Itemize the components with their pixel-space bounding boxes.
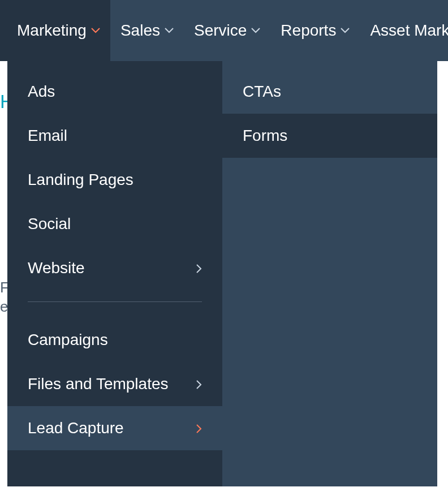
chevron-down-icon	[251, 28, 260, 33]
menu-item-website[interactable]: Website	[7, 246, 222, 290]
menu-item-label: Lead Capture	[28, 419, 124, 437]
submenu-item-forms[interactable]: Forms	[222, 114, 437, 158]
topnav-service[interactable]: Service	[184, 0, 270, 61]
topnav-reports[interactable]: Reports	[270, 0, 360, 61]
topnav-marketing-label: Marketing	[17, 21, 87, 40]
chevron-right-icon	[196, 375, 202, 393]
topnav-asset-marketplace-label: Asset Marketp	[370, 21, 448, 40]
chevron-down-icon	[341, 28, 350, 33]
topnav-reports-label: Reports	[281, 21, 336, 40]
menu-item-label: Files and Templates	[28, 375, 169, 393]
marketing-dropdown-primary-column: Ads Email Landing Pages Social Website C…	[7, 61, 222, 486]
chevron-down-icon	[91, 28, 100, 33]
topnav-asset-marketplace[interactable]: Asset Marketp	[360, 0, 448, 61]
menu-item-ads[interactable]: Ads	[7, 70, 222, 114]
menu-item-label: Email	[28, 127, 67, 145]
menu-item-label: Social	[28, 215, 71, 233]
topnav-sales-label: Sales	[120, 21, 160, 40]
menu-item-email[interactable]: Email	[7, 114, 222, 158]
menu-item-files-and-templates[interactable]: Files and Templates	[7, 362, 222, 406]
submenu-item-ctas[interactable]: CTAs	[222, 70, 437, 114]
marketing-dropdown-submenu-column: CTAs Forms	[222, 61, 437, 486]
menu-item-campaigns[interactable]: Campaigns	[7, 318, 222, 362]
topnav: Marketing Sales Service Reports Asset Ma…	[0, 0, 448, 61]
menu-item-label: Website	[28, 259, 85, 277]
chevron-right-icon	[196, 419, 202, 437]
menu-item-social[interactable]: Social	[7, 202, 222, 246]
topnav-marketing[interactable]: Marketing	[0, 0, 110, 61]
submenu-item-label: Forms	[243, 127, 287, 145]
topnav-service-label: Service	[194, 21, 247, 40]
menu-item-lead-capture[interactable]: Lead Capture	[7, 406, 222, 450]
menu-item-label: Ads	[28, 83, 55, 101]
marketing-dropdown: Ads Email Landing Pages Social Website C…	[7, 61, 437, 486]
menu-item-label: Landing Pages	[28, 171, 133, 189]
chevron-down-icon	[165, 28, 174, 33]
menu-item-landing-pages[interactable]: Landing Pages	[7, 158, 222, 202]
menu-divider	[28, 301, 202, 302]
topnav-sales[interactable]: Sales	[110, 0, 184, 61]
menu-item-label: Campaigns	[28, 331, 108, 349]
submenu-item-label: CTAs	[243, 83, 281, 101]
chevron-right-icon	[196, 259, 202, 277]
